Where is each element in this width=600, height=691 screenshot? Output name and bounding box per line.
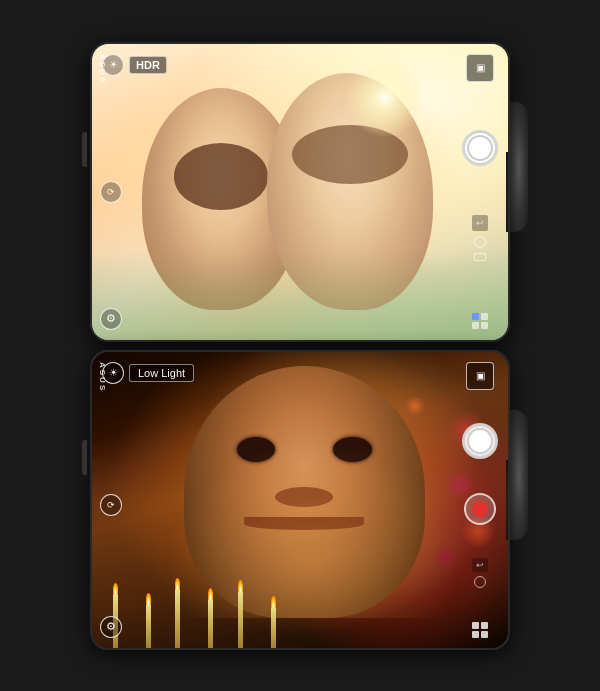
record-btn-2[interactable] (464, 493, 496, 525)
nav-back-icon-1[interactable]: ↩ (472, 215, 488, 231)
nav-home-icon-1[interactable] (474, 236, 486, 248)
side-button-left (82, 132, 87, 167)
camera-top-left: ☀ HDR (102, 54, 167, 76)
screen-2: ☀ Low Light ASUS ⟳ ⚙ (92, 352, 508, 648)
asus-logo-1: ASUS (98, 54, 107, 88)
switch-symbol-2: ⟳ (107, 500, 115, 510)
flame-1 (113, 583, 118, 595)
grid-btn-2[interactable] (472, 622, 488, 638)
asus-text-1: ASUS (98, 54, 107, 84)
low-light-label: Low Light (138, 367, 185, 379)
grid-cell-4 (481, 322, 488, 329)
bokeh-orange-2 (405, 396, 425, 416)
shutter-btn-1[interactable] (462, 130, 498, 166)
sun-flare (345, 58, 425, 138)
nav-home-icon-2[interactable] (474, 576, 486, 588)
side-button-left-2 (82, 440, 87, 475)
gear-btn-2[interactable]: ⚙ (100, 616, 122, 638)
hdr-badge[interactable]: HDR (129, 56, 167, 74)
screen-1: ☀ HDR ⟳ ASUS ⚙ (92, 44, 508, 340)
grid-c2 (481, 622, 488, 629)
nav-recent-icon-1[interactable] (474, 253, 486, 261)
shutter-inner-2 (467, 428, 493, 454)
camera-switch-btn-1[interactable]: ⟳ (100, 181, 122, 203)
nav-btns-1: ↩ (472, 215, 488, 261)
camera-switch-icon-1: ⟳ (107, 187, 115, 197)
candle-3 (175, 588, 180, 648)
gallery-btn-1[interactable]: ▣ (466, 54, 494, 82)
phone-top: ☀ HDR ⟳ ASUS ⚙ (90, 42, 510, 342)
spinner-decoration-2 (510, 410, 528, 540)
gear-icon-1: ⚙ (100, 308, 122, 330)
grid-c4 (481, 631, 488, 638)
nav-back-icon-2[interactable]: ↩ (472, 558, 488, 572)
grid-c1 (472, 622, 479, 629)
cam-left-controls: ⟳ (100, 181, 122, 203)
gallery-icon-1: ▣ (476, 62, 485, 73)
gear-symbol-2: ⚙ (106, 620, 116, 633)
flame-3 (175, 578, 180, 590)
gallery-btn-2[interactable]: ▣ (466, 362, 494, 390)
hdr-label: HDR (136, 59, 160, 71)
spinner-decoration-1 (510, 102, 528, 232)
camera-top-left-2: ☀ Low Light (102, 362, 194, 384)
candle-4 (208, 598, 213, 648)
candle-2 (146, 603, 151, 648)
flame-2 (146, 593, 151, 605)
bokeh-purple-1 (433, 544, 458, 569)
flame-4 (208, 588, 213, 600)
shutter-btn-2[interactable] (462, 423, 498, 459)
shutter-inner-1 (467, 135, 493, 161)
mode-symbol-1: ☀ (109, 59, 118, 70)
grid-cell-3 (472, 322, 479, 329)
low-light-badge[interactable]: Low Light (129, 364, 194, 382)
grid-btn-1[interactable] (472, 313, 488, 329)
flame-5 (238, 580, 243, 592)
gallery-icon-2: ▣ (476, 370, 485, 381)
record-icon-2 (472, 501, 488, 517)
grid-cell-2 (481, 313, 488, 320)
mode-symbol-2: ☀ (109, 367, 118, 378)
asus-text-2: ASUS (98, 362, 107, 392)
phone-1: ☀ HDR ⟳ ASUS ⚙ (90, 42, 510, 342)
flame-6 (271, 596, 276, 608)
candle-6 (271, 606, 276, 648)
cam-right-controls-1: ▣ ↩ (462, 44, 498, 340)
phone-bottom: ☀ Low Light ASUS ⟳ ⚙ (90, 350, 510, 650)
phone-2: ☀ Low Light ASUS ⟳ ⚙ (90, 350, 510, 650)
phones-container: ☀ HDR ⟳ ASUS ⚙ (90, 38, 510, 654)
cam-right-controls-2: ▣ ↩ (462, 352, 498, 648)
gear-icon-2: ⚙ (100, 616, 122, 638)
grid-c3 (472, 631, 479, 638)
asus-logo-2: ASUS (98, 362, 107, 396)
gear-btn-1[interactable]: ⚙ (100, 308, 122, 330)
nav-btns-2: ↩ (472, 558, 488, 588)
candle-5 (238, 590, 243, 648)
camera-switch-2[interactable]: ⟳ (100, 494, 122, 516)
gear-symbol-1: ⚙ (106, 312, 116, 325)
grid-cell-1 (472, 313, 479, 320)
foliage-bg (92, 251, 508, 340)
camera-switch-icon-2: ⟳ (100, 494, 122, 516)
